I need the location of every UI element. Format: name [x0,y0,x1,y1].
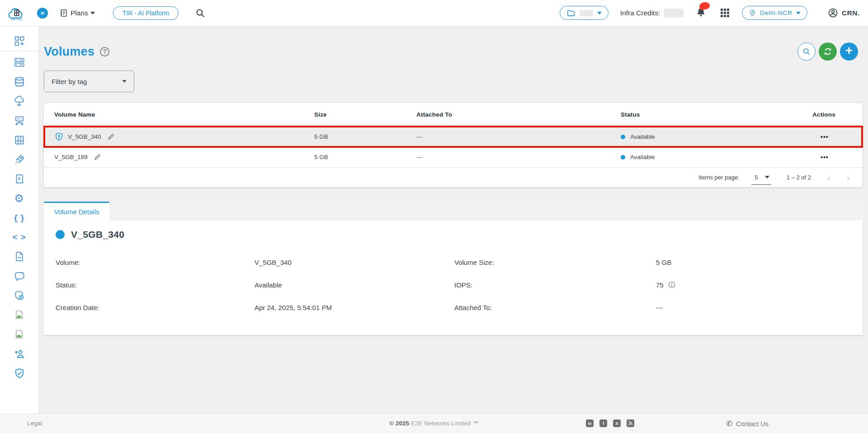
sidebar-item-compliance[interactable] [0,363,38,383]
legal-link[interactable]: Legal [27,420,42,427]
volume-size: 5 GB [314,133,416,140]
image-placeholder-icon [14,329,24,339]
sidebar-item-api-tokens[interactable]: { } [0,208,38,227]
add-volume-button[interactable]: + [840,42,858,61]
sidebar-item-launch[interactable] [0,150,38,169]
facebook-icon[interactable]: f [599,419,607,427]
table-row[interactable]: V_5GB_189 5 GB --- Available ••• [44,147,863,167]
plans-label: Plans [71,9,88,17]
sidebar-item-storage[interactable] [0,72,38,91]
dashboard-icon [14,35,25,47]
sidebar-item-billing[interactable]: $ [0,169,38,188]
appliance-grid-icon [14,134,25,146]
table-row[interactable]: V_5GB_340 5 GB --- Available ••• [44,127,863,147]
chevron-down-icon [796,12,801,14]
user-avatar-icon [827,7,839,19]
search-volumes-button[interactable] [797,42,816,61]
help-icon[interactable]: ? [100,47,109,56]
svg-text:?: ? [20,271,23,275]
copyright-text: © 2025 E2E Networks Limited ™ [389,420,479,427]
sidebar-item-node-server[interactable] [0,111,38,130]
project-selector[interactable] [560,6,609,20]
user-account-button[interactable]: CRN. [827,7,860,19]
pagination-range: 1 – 2 of 2 [787,174,811,181]
rocket-icon [14,154,25,165]
sidebar-expand-button[interactable]: » [37,8,48,19]
sidebar-item-compute[interactable] [0,52,38,72]
sidebar-item-unknown-2[interactable] [0,325,38,344]
table-pagination: Items per page: 5 1 – 2 of 2 ‹ › [44,167,863,187]
plans-menu[interactable]: Plans [59,8,95,18]
x-twitter-icon[interactable]: X [613,419,621,427]
detail-label: IOPS: [454,273,656,296]
sidebar-item-support[interactable]: ? [0,266,38,286]
rss-icon[interactable] [627,419,634,427]
brand-label: E2E Cloud [11,18,23,21]
volume-name: V_5GB_189 [54,154,88,160]
code-icon: < > [12,232,26,242]
detail-label: Status: [56,273,255,296]
folder-icon [566,9,576,18]
sidebar-item-security[interactable] [0,286,38,305]
detail-value: 75 [656,281,664,289]
items-per-page-select[interactable]: 5 [751,174,771,185]
tab-volume-details[interactable]: Volume Details [44,202,109,221]
notifications-button[interactable] [695,6,707,20]
edit-volume-name-button[interactable] [107,133,115,141]
top-navbar: E2E Cloud » Plans TIR - AI Platform [0,0,868,26]
sidebar-item-docs[interactable] [0,247,38,266]
refresh-button[interactable] [819,42,837,61]
next-page-icon[interactable]: › [847,173,850,182]
volume-size: 5 GB [314,154,416,160]
sidebar-item-appliance[interactable] [0,130,38,150]
compute-nodes-icon [14,56,25,68]
chevron-down-icon [765,176,769,179]
col-status: Status [621,111,812,118]
redacted-project-value [580,10,593,16]
region-selector[interactable]: Delhi-NCR [742,6,807,20]
detail-value: --- [656,296,851,319]
infra-credits: Infra Credits: [620,9,684,18]
e2e-cloud-logo: E2E Cloud [5,5,28,21]
svg-text:$: $ [18,175,20,180]
items-per-page-label: Items per page: [698,174,739,181]
bootable-shield-icon [54,132,64,141]
info-icon[interactable] [668,281,676,289]
sidebar-item-invite-user[interactable] [0,344,38,363]
storage-icon [14,76,25,88]
volume-status-dot [56,230,65,239]
status-label: Available [630,133,655,140]
sidebar-item-unknown-1[interactable] [0,305,38,325]
row-actions-menu-icon[interactable]: ••• [812,133,863,141]
tir-ai-platform-button[interactable]: TIR - AI Platform [113,6,179,20]
plus-icon: + [845,45,853,57]
region-label: Delhi-NCR [760,9,793,16]
contact-us-link[interactable]: ✆ Contact Us [726,419,769,428]
status-dot [621,155,625,160]
detail-label: Volume Size: [454,251,656,273]
filter-by-tag-dropdown[interactable]: Filter by tag [44,71,134,92]
sidebar-item-dashboard[interactable] [0,31,38,52]
row-actions-menu-icon[interactable]: ••• [812,154,863,161]
sidebar-item-settings[interactable]: ⚙ [0,188,38,208]
apps-grid-button[interactable] [721,9,729,17]
sidebar-item-developer[interactable]: < > [0,227,38,247]
volume-details-panel: V_5GB_340 Volume: V_5GB_340 Volume Size:… [44,221,863,335]
linkedin-icon[interactable]: in [586,419,594,427]
navbar-search-button[interactable] [195,8,206,19]
detail-label: Attached To: [454,296,656,319]
col-volume-name: Volume Name [54,111,314,118]
items-per-page-value: 5 [755,174,758,181]
shield-check-icon [14,367,25,379]
braces-icon: { } [14,213,24,223]
redacted-credits-value [664,9,684,18]
prev-page-icon[interactable]: ‹ [827,173,830,182]
plans-journal-icon [59,8,68,18]
volume-details-heading: V_5GB_340 [71,229,124,240]
sidebar-item-cloud-network[interactable] [0,91,38,111]
detail-value: 5 GB [656,251,851,273]
user-name: CRN. [842,9,860,17]
tir-label: TIR - AI Platform [123,9,169,17]
edit-volume-name-button[interactable] [94,153,101,161]
pencil-icon [94,153,101,161]
